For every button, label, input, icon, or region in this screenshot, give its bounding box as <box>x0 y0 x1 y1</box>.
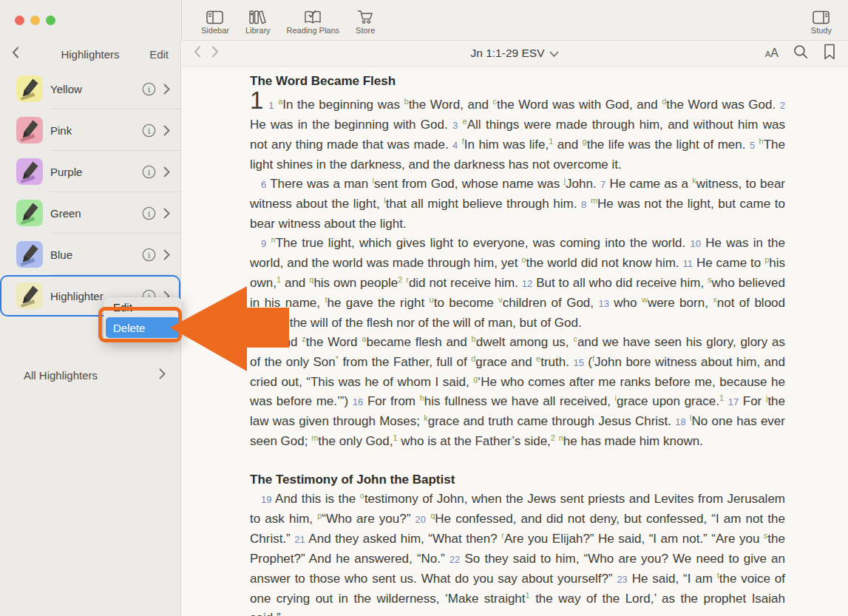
highlighter-row-pink[interactable]: Pinki <box>0 109 180 151</box>
traffic-lights <box>15 16 55 25</box>
info-icon[interactable]: i <box>142 248 156 262</box>
scripture-paragraph: 11 aIn the beginning was bthe Word, and … <box>250 91 785 175</box>
crossref-marker: r <box>406 275 409 284</box>
info-icon[interactable]: i <box>142 165 156 179</box>
main-toolbar: SidebarLibraryReading PlansStore Study <box>181 0 848 41</box>
chevron-right-icon <box>163 249 170 260</box>
highlighter-pen-icon <box>16 75 43 102</box>
crossref-marker: g <box>473 374 478 383</box>
highlighter-row-purple[interactable]: Purplei <box>0 151 180 192</box>
toolbar-right-items: Study <box>805 5 838 35</box>
verse-number: 5 <box>750 140 755 151</box>
scripture-column: The Word Became Flesh11 aIn the beginnin… <box>250 72 785 616</box>
verse-number: 13 <box>598 298 608 309</box>
info-icon[interactable]: i <box>142 82 156 96</box>
verse-number: 14 <box>261 337 271 348</box>
toolbar-item-label: Study <box>811 26 832 35</box>
highlighter-pen-icon <box>16 117 43 143</box>
scripture-paragraph: 14 And zthe Word abecame flesh and bdwel… <box>250 333 785 451</box>
crossref-marker: q <box>309 275 313 284</box>
highlighter-label: Blue <box>50 248 142 261</box>
crossref-marker: k <box>692 176 696 185</box>
svg-text:i: i <box>148 208 151 218</box>
nav-back-button[interactable] <box>194 46 201 61</box>
highlighter-pen-icon <box>16 241 43 268</box>
crossref-marker: n <box>559 433 563 442</box>
crossref-marker: u <box>430 295 434 304</box>
scripture-paragraph: 6 There was a man isent from God, whose … <box>250 175 785 234</box>
context-menu: Edit Delete <box>104 297 182 342</box>
traffic-light-minimize[interactable] <box>30 16 40 25</box>
crossref-marker: m <box>311 433 318 442</box>
crossref-marker: b <box>404 97 409 106</box>
bookmark-button[interactable] <box>823 44 836 63</box>
crossref-marker: j <box>766 393 767 402</box>
verse-number: 10 <box>691 238 701 249</box>
toolbar-item-sidebar[interactable]: Sidebar <box>195 5 235 35</box>
crossref-marker: g <box>583 137 587 146</box>
verse-number: 11 <box>682 258 693 269</box>
highlighter-pen-icon <box>16 158 43 185</box>
crossref-marker: v <box>498 295 503 304</box>
crossref-marker: r <box>501 531 504 540</box>
toolbar-item-label: Sidebar <box>201 26 229 35</box>
crossref-marker: x <box>713 295 717 304</box>
chevron-right-icon <box>163 166 170 177</box>
highlighter-pen-icon <box>16 282 43 309</box>
passage-reference[interactable]: Jn 1:1-29 ESV <box>471 47 545 60</box>
all-highlighters-row[interactable]: All Highlighters <box>0 359 180 391</box>
crossref-marker: p <box>764 255 769 264</box>
crossref-marker: l <box>384 196 385 205</box>
highlighter-row-green[interactable]: Greeni <box>0 192 180 234</box>
toolbar-item-library[interactable]: Library <box>240 5 277 35</box>
crossref-marker: 1 <box>549 137 553 146</box>
crossref-marker: c <box>492 97 497 106</box>
crossref-marker: 1 <box>526 591 530 600</box>
titlebar-left <box>0 0 181 41</box>
reader-titlebar: Jn 1:1-29 ESV AA <box>182 41 848 67</box>
section-heading: The Word Became Flesh <box>250 72 785 91</box>
verse-number: 22 <box>450 554 460 565</box>
toolbar-item-label: Reading Plans <box>287 26 340 35</box>
highlighter-row-blue[interactable]: Bluei <box>0 234 180 275</box>
scripture-paragraph: 9 nThe true light, which gives light to … <box>250 234 785 333</box>
verse-number: 17 <box>728 396 739 407</box>
crossref-marker: n <box>271 235 276 244</box>
crossref-marker: e <box>463 117 467 126</box>
highlighter-label: Pink <box>50 124 142 137</box>
highlighter-pen-icon <box>16 200 43 226</box>
verse-number: 20 <box>415 514 426 525</box>
info-icon[interactable]: i <box>142 123 156 138</box>
crossref-marker: 1 <box>277 275 281 284</box>
verse-number: 16 <box>353 396 363 407</box>
context-menu-delete[interactable]: Delete <box>106 317 180 338</box>
text-size-button[interactable]: AA <box>765 47 779 60</box>
crossref-marker: l <box>690 413 691 422</box>
toolbar-item-study[interactable]: Study <box>805 5 838 35</box>
search-button[interactable] <box>793 44 808 62</box>
crossref-marker: o <box>521 255 526 264</box>
search-icon <box>793 49 808 61</box>
toolbar-item-reading-plans[interactable]: Reading Plans <box>281 5 346 35</box>
toolbar-item-label: Library <box>245 26 271 35</box>
sidebar-header: Highlighters Edit <box>0 41 180 67</box>
verse-number: 12 <box>522 278 532 289</box>
svg-text:i: i <box>148 84 151 94</box>
crossref-marker: 1 <box>719 393 724 402</box>
toolbar-item-store[interactable]: Store <box>350 5 381 35</box>
highlighter-label: Purple <box>50 166 142 178</box>
info-icon[interactable]: i <box>142 206 156 220</box>
highlighter-row-yellow[interactable]: Yellowi <box>0 68 180 109</box>
context-menu-edit[interactable]: Edit <box>104 297 182 317</box>
crossref-marker: i <box>373 176 374 185</box>
chevron-right-icon <box>163 84 170 95</box>
nav-forward-button[interactable] <box>211 46 219 61</box>
traffic-light-close[interactable] <box>15 16 24 25</box>
chevron-right-icon <box>159 368 166 382</box>
library-icon <box>249 7 266 24</box>
toolbar-item-label: Store <box>356 26 375 35</box>
window-toolbar: SidebarLibraryReading PlansStore Study <box>0 0 848 41</box>
crossref-marker: q <box>430 511 435 520</box>
traffic-light-zoom[interactable] <box>46 16 55 25</box>
crossref-marker: z <box>302 334 306 343</box>
